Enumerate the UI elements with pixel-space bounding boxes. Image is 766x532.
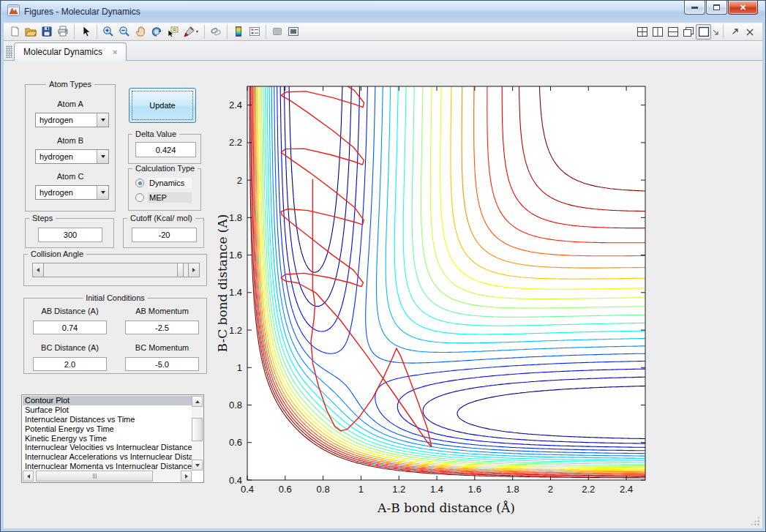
- update-button[interactable]: Update: [129, 88, 196, 123]
- tab-molecular-dynamics[interactable]: Molecular Dynamics ×: [14, 42, 127, 61]
- insert-legend-icon[interactable]: [247, 23, 263, 40]
- restore-button[interactable]: [706, 1, 727, 15]
- plot-type-listbox[interactable]: Contour PlotSurface PlotInternuclear Dis…: [21, 394, 204, 483]
- save-icon[interactable]: [39, 23, 55, 40]
- pointer-icon[interactable]: [78, 23, 94, 40]
- insert-colorbar-icon[interactable]: [230, 23, 247, 40]
- list-item[interactable]: Internuclear Accelerations vs Internucle…: [23, 452, 192, 462]
- collision-angle-slider[interactable]: [32, 263, 200, 277]
- bc-distance-label: BC Distance (A): [31, 343, 108, 352]
- steps-field[interactable]: [38, 228, 102, 242]
- cutoff-title: Cutoff (Kcal/ mol): [127, 214, 195, 222]
- calculation-type-group: Calculation Type Dynamics MEP: [128, 168, 201, 211]
- zoom-out-icon[interactable]: [116, 23, 132, 40]
- atom-c-dropdown-arrow-icon[interactable]: [97, 186, 108, 199]
- cutoff-field[interactable]: [132, 228, 197, 242]
- mep-radio[interactable]: MEP: [135, 192, 192, 203]
- layout-maximized-icon[interactable]: [696, 24, 711, 40]
- rotate-3d-icon[interactable]: [149, 23, 165, 40]
- x-tick-label: 0.8: [317, 484, 330, 495]
- dynamics-radio[interactable]: Dynamics: [135, 178, 192, 188]
- atom-a-dropdown[interactable]: hydrogen: [35, 113, 109, 127]
- steps-group: Steps: [25, 218, 114, 248]
- figure-content: Atom Types Atom A hydrogen Atom B hydrog…: [4, 61, 762, 528]
- atom-types-title: Atom Types: [46, 80, 94, 89]
- atom-c-value: hydrogen: [40, 188, 73, 197]
- horizontal-scrollbar[interactable]: [23, 471, 192, 482]
- contour-plot-axes[interactable]: 0.40.60.811.21.41.61.822.22.40.40.60.811…: [218, 65, 759, 528]
- scroll-right-icon[interactable]: [181, 471, 192, 482]
- vertical-scrollbar[interactable]: [192, 396, 203, 471]
- layout-grid-icon[interactable]: [634, 24, 650, 40]
- minimize-button[interactable]: [684, 1, 705, 15]
- ab-distance-field[interactable]: [33, 321, 107, 334]
- scroll-left-icon[interactable]: [23, 471, 34, 482]
- x-tick-label: 1.4: [430, 484, 443, 495]
- atom-a-value: hydrogen: [40, 116, 73, 124]
- horizontal-scroll-thumb[interactable]: [36, 471, 153, 482]
- list-item[interactable]: Internuclear Momenta vs Internuclear Dis…: [23, 462, 192, 471]
- pan-icon[interactable]: [132, 23, 149, 40]
- vertical-scroll-thumb[interactable]: [192, 418, 203, 441]
- ab-momentum-field[interactable]: [125, 321, 199, 334]
- layout-float-icon[interactable]: [680, 24, 696, 40]
- data-cursor-icon[interactable]: [165, 23, 181, 40]
- slider-right-arrow-icon[interactable]: [188, 263, 199, 277]
- slider-left-arrow-icon[interactable]: [33, 263, 44, 277]
- atom-c-dropdown[interactable]: hydrogen: [35, 185, 109, 200]
- list-item[interactable]: Contour Plot: [23, 396, 192, 405]
- x-tick-label: 1.2: [392, 484, 405, 495]
- tabbar-grip-handle[interactable]: [6, 45, 12, 58]
- new-figure-icon[interactable]: [7, 23, 23, 40]
- open-file-icon[interactable]: [23, 23, 39, 40]
- y-tick-label: 1.6: [229, 250, 242, 261]
- atom-a-dropdown-arrow-icon[interactable]: [97, 113, 108, 127]
- toolbar-separator: [227, 25, 228, 39]
- y-tick-label: 1: [237, 362, 242, 373]
- toolbar-separator: [723, 25, 724, 39]
- hide-plot-tools-icon[interactable]: [269, 23, 285, 40]
- title-bar[interactable]: Figures - Molecular Dynamics ✕: [1, 1, 765, 23]
- toolbar-separator: [204, 25, 205, 39]
- delta-value-field[interactable]: [135, 142, 196, 157]
- x-tick-label: 0.6: [279, 484, 292, 495]
- bc-distance-field[interactable]: [33, 357, 107, 371]
- figures-window: Figures - Molecular Dynamics ✕: [0, 0, 766, 532]
- list-item[interactable]: Kinetic Energy vs Time: [23, 434, 192, 443]
- y-tick-label: 0.6: [229, 437, 242, 448]
- atom-b-dropdown-arrow-icon[interactable]: [97, 150, 108, 163]
- y-tick-label: 2.4: [229, 100, 242, 110]
- tab-close-icon[interactable]: ×: [113, 48, 117, 56]
- close-tab-group-icon[interactable]: [742, 24, 757, 40]
- layout-left-right-icon[interactable]: [650, 24, 665, 40]
- list-item[interactable]: Internuclear Velocities vs Internuclear …: [23, 443, 192, 452]
- zoom-in-icon[interactable]: [100, 23, 116, 40]
- toolbar-separator: [74, 25, 75, 39]
- show-plot-tools-icon[interactable]: [285, 23, 301, 40]
- x-tick-label: 1.8: [506, 484, 519, 495]
- layout-menu-arrow-icon[interactable]: [711, 24, 720, 40]
- undock-icon[interactable]: [726, 24, 742, 40]
- link-plot-icon[interactable]: [208, 23, 224, 40]
- y-tick-label: 1.8: [229, 212, 242, 223]
- update-button-label: Update: [149, 101, 175, 110]
- mep-radio-icon[interactable]: [135, 193, 144, 202]
- bc-momentum-field[interactable]: [125, 357, 199, 371]
- scroll-down-icon[interactable]: [192, 460, 203, 471]
- list-item[interactable]: Internuclear Distances vs Time: [23, 415, 192, 424]
- close-button[interactable]: ✕: [728, 1, 758, 15]
- calculation-type-title: Calculation Type: [132, 164, 198, 173]
- brush-icon[interactable]: [181, 23, 201, 40]
- dynamics-radio-icon[interactable]: [135, 179, 144, 187]
- layout-top-bottom-icon[interactable]: [665, 24, 680, 40]
- y-tick-label: 2: [237, 175, 242, 186]
- list-item[interactable]: Surface Plot: [23, 405, 192, 415]
- list-item[interactable]: Potential Energy vs Time: [23, 424, 192, 434]
- matlab-figure-icon: [7, 4, 20, 19]
- collision-angle-title: Collision Angle: [28, 250, 86, 258]
- x-tick-label: 2: [548, 484, 553, 495]
- scroll-up-icon[interactable]: [192, 396, 203, 407]
- slider-thumb[interactable]: [177, 263, 184, 277]
- print-icon[interactable]: [55, 23, 71, 40]
- atom-b-dropdown[interactable]: hydrogen: [35, 149, 109, 164]
